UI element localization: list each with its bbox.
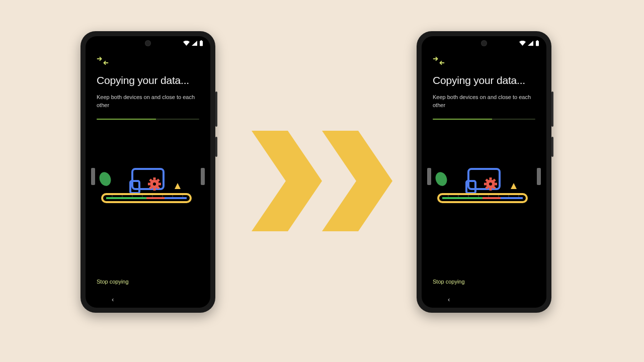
svg-rect-1 bbox=[201, 40, 202, 41]
svg-rect-32 bbox=[537, 168, 541, 185]
power-button bbox=[551, 137, 553, 157]
svg-rect-30 bbox=[537, 40, 538, 41]
screen-subtitle: Keep both devices on and close to each o… bbox=[433, 94, 533, 110]
svg-point-45 bbox=[489, 183, 492, 186]
status-wifi-icon bbox=[519, 41, 526, 46]
chevron-right-icon bbox=[322, 131, 392, 231]
svg-rect-0 bbox=[200, 41, 203, 46]
svg-rect-31 bbox=[427, 168, 431, 185]
progress-fill bbox=[97, 119, 156, 120]
volume-button bbox=[215, 92, 217, 127]
svg-point-4 bbox=[98, 170, 113, 188]
svg-point-16 bbox=[153, 183, 156, 186]
status-signal-icon bbox=[192, 41, 197, 46]
volume-button bbox=[551, 92, 553, 127]
conveyor-illustration bbox=[422, 161, 546, 221]
screen-content: Copying your data... Keep both devices o… bbox=[86, 50, 210, 277]
screen-bottom: Stop copying bbox=[422, 277, 546, 291]
status-battery-icon bbox=[535, 40, 539, 46]
svg-line-43 bbox=[486, 187, 488, 189]
svg-point-33 bbox=[434, 170, 449, 188]
promo-stage: Copying your data... Keep both devices o… bbox=[0, 0, 644, 362]
svg-line-41 bbox=[486, 179, 488, 181]
transfer-arrows-icon bbox=[433, 56, 535, 67]
phone-mockup-left: Copying your data... Keep both devices o… bbox=[80, 31, 215, 313]
transfer-direction-arrows bbox=[252, 131, 392, 231]
screen-bottom: Stop copying bbox=[86, 277, 210, 291]
progress-bar bbox=[97, 119, 199, 120]
phone-mockup-right: Copying your data... Keep both devices o… bbox=[417, 31, 551, 313]
screen-title: Copying your data... bbox=[97, 74, 199, 86]
svg-rect-2 bbox=[91, 168, 95, 185]
svg-rect-34 bbox=[468, 169, 500, 189]
transfer-arrows-icon bbox=[97, 56, 199, 67]
power-button bbox=[215, 137, 217, 157]
android-navbar: ‹ bbox=[422, 291, 546, 308]
screen-title: Copying your data... bbox=[433, 74, 535, 86]
stop-copying-button[interactable]: Stop copying bbox=[433, 279, 465, 285]
status-wifi-icon bbox=[183, 41, 190, 46]
android-navbar: ‹ bbox=[86, 291, 210, 308]
phone-screen-left: Copying your data... Keep both devices o… bbox=[86, 36, 210, 308]
svg-rect-29 bbox=[536, 41, 539, 46]
chevron-right-icon bbox=[252, 131, 322, 231]
back-icon[interactable]: ‹ bbox=[112, 296, 114, 303]
svg-rect-5 bbox=[132, 169, 164, 189]
svg-line-42 bbox=[494, 187, 495, 189]
progress-bar bbox=[433, 119, 535, 120]
front-camera bbox=[481, 40, 487, 46]
conveyor-illustration bbox=[86, 161, 210, 221]
svg-line-14 bbox=[150, 187, 151, 189]
phone-screen-right: Copying your data... Keep both devices o… bbox=[422, 36, 546, 308]
back-icon[interactable]: ‹ bbox=[448, 296, 450, 303]
svg-line-12 bbox=[150, 179, 151, 181]
svg-line-15 bbox=[157, 179, 159, 181]
svg-rect-3 bbox=[201, 168, 205, 185]
screen-subtitle: Keep both devices on and close to each o… bbox=[97, 94, 197, 110]
screen-content: Copying your data... Keep both devices o… bbox=[422, 50, 546, 277]
status-signal-icon bbox=[528, 41, 533, 46]
progress-fill bbox=[433, 119, 492, 120]
svg-line-13 bbox=[157, 187, 159, 189]
stop-copying-button[interactable]: Stop copying bbox=[97, 279, 129, 285]
front-camera bbox=[145, 40, 151, 46]
svg-line-44 bbox=[494, 179, 495, 181]
status-battery-icon bbox=[199, 40, 203, 46]
